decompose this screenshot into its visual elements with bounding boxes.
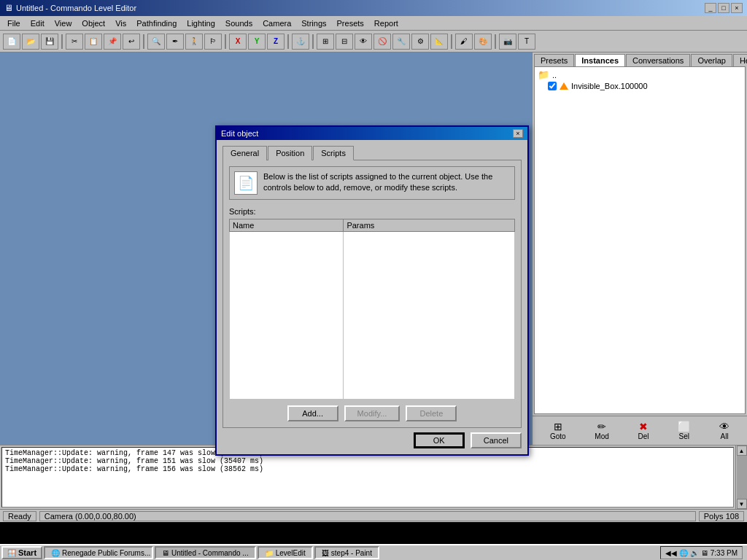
scroll-up-button[interactable]: ▲ — [737, 446, 747, 456]
goto-icon: ⊞ — [554, 421, 562, 432]
tab-conversations[interactable]: Conversations — [626, 54, 690, 66]
minimize-button[interactable]: _ — [705, 3, 716, 13]
tab-presets[interactable]: Presets — [534, 54, 574, 66]
dialog-tab-position[interactable]: Position — [268, 146, 312, 160]
menu-camera[interactable]: Camera — [258, 18, 295, 28]
dialog-close-button[interactable]: × — [513, 129, 523, 138]
toolbar-view2[interactable]: 🚫 — [374, 34, 391, 50]
edit-object-dialog: Edit object × General Position Scripts 📄… — [215, 125, 529, 456]
close-button[interactable]: × — [731, 3, 743, 13]
taskbar-item-commando[interactable]: 🖥 Untitled - Commando ... — [155, 546, 256, 559]
menu-presets[interactable]: Presets — [333, 18, 368, 28]
table-empty-row — [230, 232, 515, 400]
tree-folder-item[interactable]: 📁 .. — [536, 69, 743, 81]
dialog-footer: OK Cancel — [222, 432, 522, 448]
status-camera: Camera (0.00,0.00,80.00) — [39, 511, 696, 521]
toolbar-tool1[interactable]: 🔍 — [147, 34, 165, 50]
menu-strings[interactable]: Strings — [297, 18, 330, 28]
toolbar-paint1[interactable]: 🖌 — [455, 34, 473, 50]
panel-tree-view[interactable]: 📁 .. Invisible_Box.100000 — [534, 66, 746, 414]
menu-file[interactable]: File — [3, 18, 25, 28]
tab-heightfield[interactable]: Heightfield — [733, 54, 747, 66]
dialog-tab-general[interactable]: General — [222, 146, 267, 160]
panel-tabs: Presets Instances Conversations Overlap … — [533, 52, 747, 66]
action-goto[interactable]: ⊞ Goto — [547, 419, 569, 442]
info-box: 📄 Below is the list of scripts assigned … — [229, 166, 515, 200]
menu-sounds[interactable]: Sounds — [221, 18, 257, 28]
taskbar-item-leveledit[interactable]: 📁 LevelEdit — [258, 546, 313, 559]
menu-vis[interactable]: Vis — [111, 18, 131, 28]
toolbar-anchor[interactable]: ⚓ — [292, 34, 309, 50]
toolbar-paste[interactable]: 📌 — [104, 34, 121, 50]
toolbar-tool3[interactable]: 🚶 — [185, 34, 203, 50]
dialog-tab-scripts[interactable]: Scripts — [313, 146, 354, 160]
add-button[interactable]: Add... — [287, 405, 338, 421]
taskbar-tray: ◀◀ 🌐 🔊 🖥 7:33 PM — [660, 546, 746, 559]
toolbar-copy[interactable]: 📋 — [85, 34, 102, 50]
window-title: Untitled - Commando Level Editor — [16, 4, 136, 12]
taskbar-label-forums: Renegade Public Forums... — [62, 549, 150, 557]
delete-button[interactable]: Delete — [406, 405, 457, 421]
toolbar-txt[interactable]: T — [518, 34, 535, 50]
toolbar-sep-5 — [312, 34, 314, 49]
tab-instances[interactable]: Instances — [575, 54, 625, 66]
menu-pathfinding[interactable]: Pathfinding — [132, 18, 181, 28]
toolbar-axis-z[interactable]: Z — [267, 34, 285, 50]
object-checkbox[interactable] — [548, 82, 557, 90]
menu-edit[interactable]: Edit — [26, 18, 49, 28]
panel-actions: ⊞ Goto ✏ Mod ✖ Del ⬜ Sel 👁 All — [533, 416, 747, 445]
dialog-body: General Position Scripts 📄 Below is the … — [217, 140, 527, 454]
toolbar-sep-7 — [495, 34, 496, 49]
start-button[interactable]: 🪟 Start — [1, 546, 42, 559]
action-mod[interactable]: ✏ Mod — [592, 419, 611, 442]
warning-icon — [560, 82, 568, 90]
cancel-button[interactable]: Cancel — [471, 432, 522, 448]
toolbar-grid1[interactable]: ⊞ — [317, 34, 334, 50]
tree-object-item[interactable]: Invisible_Box.100000 — [536, 81, 743, 91]
toolbar-sep-2 — [143, 34, 144, 49]
mod-icon: ✏ — [597, 421, 606, 432]
action-del[interactable]: ✖ Del — [635, 419, 652, 442]
toolbar-cam[interactable]: 📷 — [499, 34, 516, 50]
scripts-label: Scripts: — [229, 207, 515, 216]
action-sel[interactable]: ⬜ Sel — [675, 419, 693, 442]
toolbar-new[interactable]: 📄 — [3, 34, 20, 50]
modify-button[interactable]: Modify... — [344, 405, 400, 421]
toolbar-tool2[interactable]: ✒ — [166, 34, 184, 50]
taskbar-icon-forums: 🌐 — [51, 549, 60, 557]
taskbar-item-paint[interactable]: 🖼 step4 - Paint — [314, 546, 379, 559]
toolbar-sep-6 — [451, 34, 452, 49]
maximize-button[interactable]: □ — [718, 3, 729, 13]
taskbar-icon-leveledit: 📁 — [265, 549, 274, 557]
toolbar-view5[interactable]: 📐 — [430, 34, 448, 50]
status-ready: Ready — [3, 511, 36, 521]
toolbar-paint2[interactable]: 🎨 — [474, 34, 492, 50]
toolbar-cut[interactable]: ✂ — [66, 34, 83, 50]
toolbar-tool4[interactable]: 🏳 — [204, 34, 222, 50]
scripts-table: Name Params — [229, 219, 515, 400]
tab-overlap[interactable]: Overlap — [691, 54, 732, 66]
log-scrollbar[interactable]: ▲ ▼ — [735, 446, 747, 509]
toolbar-view1[interactable]: 👁 — [355, 34, 372, 50]
scroll-track[interactable] — [737, 456, 747, 499]
toolbar-axis-x[interactable]: X — [229, 34, 247, 50]
log-line-2: TimeManager::Update: warning, frame 151 … — [5, 457, 730, 465]
action-all[interactable]: 👁 All — [716, 419, 732, 442]
menu-view[interactable]: View — [50, 18, 77, 28]
scroll-down-button[interactable]: ▼ — [737, 499, 747, 509]
taskbar-label-commando: Untitled - Commando ... — [171, 549, 249, 557]
toolbar-view3[interactable]: 🔧 — [392, 34, 410, 50]
taskbar-item-forums[interactable]: 🌐 Renegade Public Forums... — [44, 546, 153, 559]
toolbar-save[interactable]: 💾 — [41, 34, 58, 50]
menu-lighting[interactable]: Lighting — [182, 18, 220, 28]
toolbar-undo[interactable]: ↩ — [123, 34, 140, 50]
ok-button[interactable]: OK — [414, 432, 465, 448]
folder-icon: 📁 — [538, 69, 549, 80]
menu-report[interactable]: Report — [370, 18, 403, 28]
toolbar-axis-y[interactable]: Y — [248, 34, 266, 50]
menu-object[interactable]: Object — [77, 18, 109, 28]
toolbar-open[interactable]: 📂 — [22, 34, 39, 50]
toolbar-view4[interactable]: ⚙ — [411, 34, 429, 50]
toolbar-grid2[interactable]: ⊟ — [336, 34, 353, 50]
col-params: Params — [344, 219, 515, 232]
